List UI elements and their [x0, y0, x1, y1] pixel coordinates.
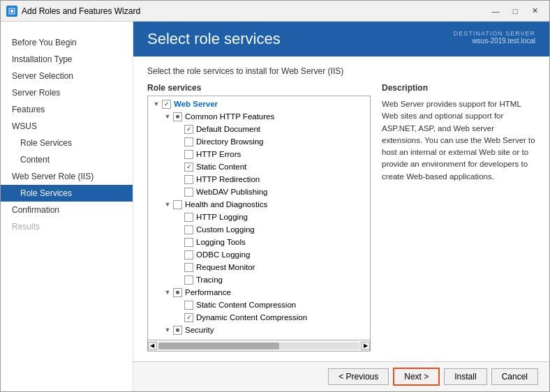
tree-item-default-document[interactable]: ✓ Default Document — [148, 123, 370, 135]
next-button[interactable]: Next > — [393, 368, 440, 386]
main-body: Select the role services to install for … — [133, 56, 549, 361]
sidebar-items: Before You Begin Installation Type Serve… — [1, 29, 133, 235]
wizard-window: Add Roles and Features Wizard — □ ✕ Befo… — [0, 0, 550, 392]
minimize-button[interactable]: — — [486, 5, 505, 17]
expand-common-http[interactable]: ▼ — [162, 111, 173, 122]
tree-item-performance[interactable]: ▼ ■ Performance — [148, 286, 370, 299]
title-bar-left: Add Roles and Features Wizard — [6, 6, 140, 17]
destination-server: DESTINATION SERVER wsus-2019.test.local — [454, 30, 535, 45]
tree-item-directory-browsing[interactable]: Directory Browsing — [148, 135, 370, 148]
tree-item-http-logging[interactable]: HTTP Logging — [148, 211, 370, 223]
sidebar-item-features[interactable]: Features — [1, 101, 133, 118]
previous-button[interactable]: < Previous — [328, 368, 389, 385]
label-health-diagnostics: Health and Diagnostics — [185, 200, 267, 209]
checkbox-http-errors[interactable] — [184, 150, 193, 159]
main-header: Select role services DESTINATION SERVER … — [133, 22, 549, 56]
checkbox-webdav[interactable] — [184, 188, 193, 197]
tree-item-http-errors[interactable]: HTTP Errors — [148, 148, 370, 160]
expand-health[interactable]: ▼ — [162, 199, 173, 210]
sidebar-item-before-you-begin[interactable]: Before You Begin — [1, 34, 133, 51]
tree-item-static-content[interactable]: ✓ Static Content — [148, 160, 370, 173]
tree-item-dynamic-content-compression[interactable]: ✓ Dynamic Content Compression — [148, 311, 370, 324]
label-webdav: WebDAV Publishing — [196, 188, 268, 196]
checkbox-static-content[interactable]: ✓ — [184, 163, 193, 172]
tree-item-logging-tools[interactable]: Logging Tools — [148, 236, 370, 248]
checkbox-http-redirection[interactable] — [184, 175, 193, 184]
label-custom-logging: Custom Logging — [196, 225, 255, 234]
scrollbar-thumb-x[interactable] — [158, 342, 279, 349]
description-panel: Description Web Server provides support … — [382, 83, 535, 352]
checkbox-dynamic-content-compression[interactable]: ✓ — [184, 313, 193, 322]
scrollbar-track-x — [158, 342, 359, 349]
app-icon — [6, 6, 17, 17]
label-http-logging: HTTP Logging — [196, 213, 248, 221]
sidebar: Before You Begin Installation Type Serve… — [1, 22, 133, 391]
sidebar-item-server-selection[interactable]: Server Selection — [1, 68, 133, 84]
description-title: Description — [382, 83, 535, 93]
expand-web-server[interactable]: ▼ — [151, 98, 162, 110]
tree-item-tracing[interactable]: Tracing — [148, 273, 370, 286]
horizontal-scrollbar[interactable]: ◀ ▶ — [147, 340, 371, 352]
checkbox-tracing[interactable] — [184, 276, 193, 285]
label-web-server: Web Server — [174, 100, 218, 108]
checkbox-health-diagnostics[interactable] — [173, 200, 182, 209]
tree-item-common-http[interactable]: ▼ ■ Common HTTP Features — [148, 110, 370, 123]
sidebar-item-wsus[interactable]: WSUS — [1, 118, 133, 135]
window-title: Add Roles and Features Wizard — [22, 6, 140, 16]
label-http-errors: HTTP Errors — [196, 150, 241, 158]
footer: < Previous Next > Install Cancel — [133, 361, 549, 391]
tree-item-static-content-compression[interactable]: Static Content Compression — [148, 299, 370, 311]
checkbox-http-logging[interactable] — [184, 213, 193, 222]
cancel-button[interactable]: Cancel — [491, 368, 538, 385]
checkbox-security[interactable]: ■ — [173, 326, 182, 335]
tree-item-http-redirection[interactable]: HTTP Redirection — [148, 173, 370, 186]
maximize-button[interactable]: □ — [506, 5, 524, 17]
label-tracing: Tracing — [196, 276, 223, 284]
label-directory-browsing: Directory Browsing — [196, 137, 264, 146]
expand-performance[interactable]: ▼ — [162, 287, 173, 298]
label-request-monitor: Request Monitor — [196, 263, 255, 271]
checkbox-request-monitor[interactable] — [184, 263, 193, 272]
label-logging-tools: Logging Tools — [196, 238, 246, 246]
sidebar-item-results: Results — [1, 218, 133, 235]
scroll-left-button[interactable]: ◀ — [148, 342, 157, 350]
label-default-document: Default Document — [196, 125, 260, 133]
page-title: Select role services — [147, 30, 281, 48]
label-common-http: Common HTTP Features — [185, 112, 274, 121]
sidebar-item-role-services-sub[interactable]: Role Services — [1, 135, 133, 151]
tree-item-security[interactable]: ▼ ■ Security — [148, 324, 370, 336]
checkbox-custom-logging[interactable] — [184, 225, 193, 234]
tree-item-web-server[interactable]: ▼ ✓ Web Server — [148, 98, 370, 110]
tree-item-webdav[interactable]: WebDAV Publishing — [148, 186, 370, 198]
panels: Role services ▼ ✓ Web Server ▼ — [147, 83, 535, 352]
checkbox-default-document[interactable]: ✓ — [184, 125, 193, 134]
checkbox-common-http[interactable]: ■ — [173, 112, 182, 121]
tree-item-custom-logging[interactable]: Custom Logging — [148, 223, 370, 236]
tree-item-health-diagnostics[interactable]: ▼ Health and Diagnostics — [148, 198, 370, 211]
checkbox-static-content-compression[interactable] — [184, 301, 193, 310]
sidebar-item-role-services[interactable]: Role Services — [1, 185, 133, 202]
label-odbc-logging: ODBC Logging — [196, 250, 250, 259]
tree-item-odbc-logging[interactable]: ODBC Logging — [148, 248, 370, 261]
content-area: Before You Begin Installation Type Serve… — [1, 22, 549, 391]
sidebar-item-web-server-role[interactable]: Web Server Role (IIS) — [1, 168, 133, 185]
title-bar-controls: — □ ✕ — [486, 5, 544, 17]
checkbox-directory-browsing[interactable] — [184, 137, 193, 146]
checkbox-odbc-logging[interactable] — [184, 250, 193, 259]
tree-box[interactable]: ▼ ✓ Web Server ▼ ■ Common HTTP Features — [147, 96, 371, 340]
sidebar-item-confirmation[interactable]: Confirmation — [1, 202, 133, 218]
sidebar-item-installation-type[interactable]: Installation Type — [1, 51, 133, 68]
sidebar-item-content[interactable]: Content — [1, 151, 133, 168]
sidebar-item-server-roles[interactable]: Server Roles — [1, 84, 133, 101]
tree-item-request-monitor[interactable]: Request Monitor — [148, 261, 370, 273]
label-static-content-compression: Static Content Compression — [196, 301, 296, 309]
checkbox-logging-tools[interactable] — [184, 238, 193, 247]
label-performance: Performance — [185, 288, 231, 296]
expand-security[interactable]: ▼ — [162, 324, 173, 336]
close-button[interactable]: ✕ — [526, 5, 544, 17]
checkbox-performance[interactable]: ■ — [173, 288, 182, 297]
install-button[interactable]: Install — [444, 368, 486, 385]
label-static-content: Static Content — [196, 163, 246, 171]
scroll-right-button[interactable]: ▶ — [361, 342, 370, 350]
checkbox-web-server[interactable]: ✓ — [162, 100, 171, 109]
